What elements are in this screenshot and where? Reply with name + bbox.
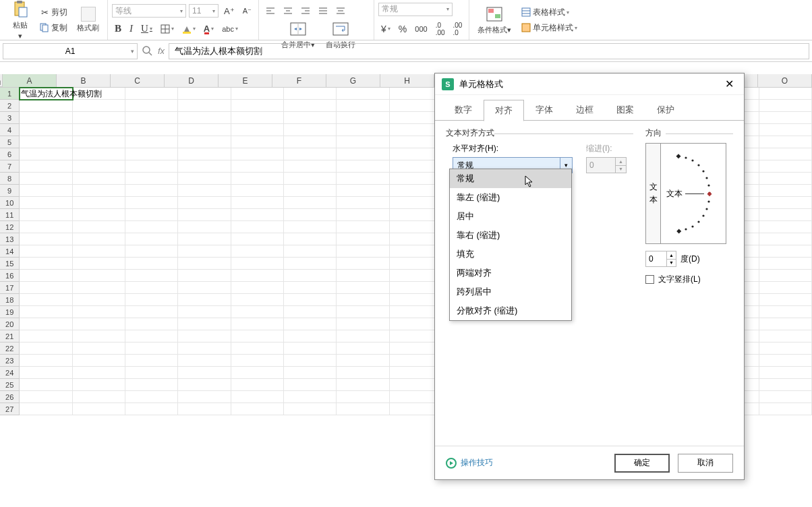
cell[interactable] — [759, 342, 812, 355]
cell[interactable] — [284, 342, 337, 355]
cell[interactable] — [20, 197, 72, 209]
row-header[interactable]: 17 — [0, 282, 20, 294]
cell[interactable] — [337, 136, 389, 148]
cell[interactable] — [337, 355, 389, 367]
cell[interactable] — [337, 318, 389, 330]
cell[interactable] — [231, 185, 284, 197]
cell[interactable] — [125, 209, 178, 221]
cell[interactable] — [178, 185, 231, 197]
cell[interactable] — [337, 245, 389, 258]
cell[interactable] — [125, 342, 178, 355]
cell[interactable] — [231, 124, 284, 136]
cell[interactable] — [20, 367, 72, 379]
cell[interactable] — [178, 221, 231, 233]
cell[interactable] — [337, 367, 389, 379]
column-header[interactable]: H — [380, 74, 434, 87]
name-box[interactable]: A1 ▾ — [3, 43, 138, 59]
cell[interactable] — [759, 270, 812, 282]
cell[interactable] — [759, 148, 812, 160]
cell[interactable] — [20, 100, 72, 112]
cancel-button[interactable]: 取消 — [678, 454, 733, 473]
cell[interactable] — [73, 112, 125, 124]
cell[interactable] — [125, 245, 178, 258]
align-bottom-button[interactable] — [298, 0, 313, 1]
cell[interactable] — [284, 221, 337, 233]
distribute-button[interactable] — [333, 5, 348, 17]
cell[interactable] — [284, 403, 337, 415]
increase-decimal-button[interactable]: .0.00 — [433, 20, 448, 38]
cell[interactable] — [337, 379, 389, 391]
dialog-tab[interactable]: 边框 — [564, 99, 605, 121]
ok-button[interactable]: 确定 — [614, 454, 670, 473]
dialog-tab[interactable]: 字体 — [524, 99, 564, 121]
cell[interactable] — [178, 282, 231, 294]
row-header[interactable]: 9 — [0, 185, 20, 197]
cell[interactable] — [759, 185, 812, 197]
cell[interactable] — [284, 185, 337, 197]
dialog-tab[interactable]: 对齐 — [484, 100, 524, 121]
cell[interactable] — [178, 112, 231, 124]
cell[interactable] — [178, 100, 231, 112]
cell[interactable] — [231, 282, 284, 294]
cell[interactable] — [284, 258, 337, 270]
cell[interactable] — [73, 209, 125, 221]
cell[interactable] — [73, 355, 125, 367]
font-color-button[interactable]: A▾ — [201, 22, 216, 35]
cell[interactable] — [759, 100, 812, 112]
cell[interactable] — [73, 306, 125, 318]
row-header[interactable]: 2 — [0, 100, 20, 112]
cell[interactable] — [20, 245, 72, 258]
cell[interactable] — [231, 209, 284, 221]
cell[interactable] — [337, 148, 389, 160]
format-painter-button[interactable]: 格式刷 — [73, 5, 103, 34]
dropdown-option[interactable]: 两端对齐 — [450, 264, 571, 282]
cell[interactable] — [231, 100, 284, 112]
cell[interactable] — [125, 112, 178, 124]
cell[interactable] — [178, 270, 231, 282]
cell[interactable] — [337, 160, 389, 173]
cell[interactable] — [178, 88, 231, 100]
cell[interactable] — [178, 367, 231, 379]
row-header[interactable]: 18 — [0, 294, 20, 306]
cell[interactable] — [337, 270, 389, 282]
cell[interactable] — [125, 403, 178, 415]
cell[interactable] — [759, 233, 812, 245]
cell[interactable] — [178, 342, 231, 355]
cell[interactable] — [20, 258, 72, 270]
cell[interactable] — [284, 88, 337, 100]
cell[interactable] — [337, 391, 389, 403]
cell[interactable] — [178, 148, 231, 160]
increase-indent-button[interactable] — [333, 0, 348, 1]
cell[interactable] — [759, 330, 812, 342]
row-header[interactable]: 23 — [0, 355, 20, 367]
cell[interactable] — [231, 197, 284, 209]
cell[interactable] — [231, 112, 284, 124]
cell[interactable] — [284, 270, 337, 282]
cell[interactable] — [125, 306, 178, 318]
row-header[interactable]: 7 — [0, 160, 20, 173]
number-format-combo[interactable]: 常规▾ — [378, 3, 453, 16]
row-header[interactable]: 1 — [0, 88, 20, 100]
column-header[interactable]: F — [272, 74, 326, 87]
cell[interactable] — [759, 136, 812, 148]
dropdown-option[interactable]: 分散对齐 (缩进) — [450, 301, 571, 320]
cell[interactable] — [759, 209, 812, 221]
cell[interactable] — [125, 391, 178, 403]
currency-button[interactable]: ¥▾ — [378, 22, 393, 36]
cell[interactable] — [178, 233, 231, 245]
cell[interactable] — [125, 282, 178, 294]
decrease-font-button[interactable]: A⁻ — [240, 5, 254, 17]
cell[interactable] — [759, 318, 812, 330]
justify-button[interactable] — [316, 5, 330, 17]
font-name-combo[interactable]: 等线▾ — [112, 4, 186, 18]
row-header[interactable]: 19 — [0, 306, 20, 318]
cell[interactable] — [125, 100, 178, 112]
cell[interactable] — [337, 330, 389, 342]
cond-format-button[interactable]: 条件格式▾ — [473, 3, 515, 36]
row-header[interactable]: 20 — [0, 318, 20, 330]
cell[interactable] — [20, 391, 72, 403]
cell[interactable] — [337, 100, 389, 112]
increase-font-button[interactable]: A⁺ — [221, 5, 237, 18]
cell[interactable] — [125, 124, 178, 136]
cell[interactable] — [125, 379, 178, 391]
